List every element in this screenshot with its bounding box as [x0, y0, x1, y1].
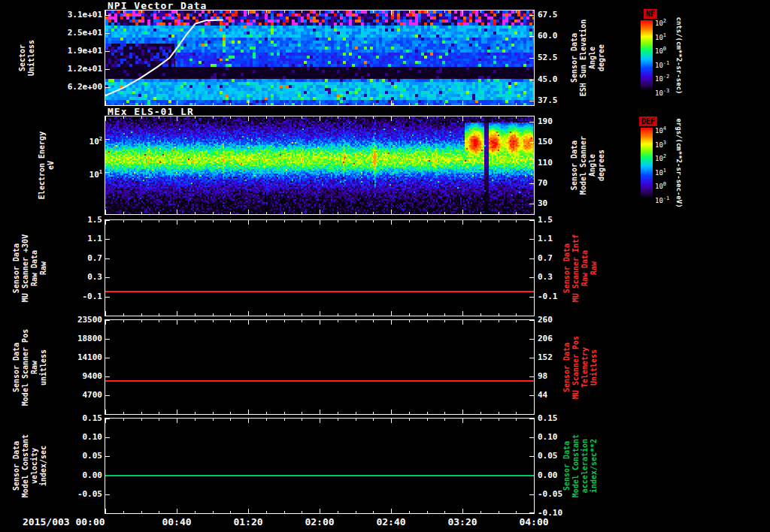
- y-tick-mark: [105, 297, 110, 298]
- x-tick-mark: [141, 116, 142, 119]
- x-tick-mark: [516, 116, 517, 119]
- y-tick-mark: [105, 51, 110, 52]
- x-tick-mark: [391, 410, 392, 414]
- y-tick-mark: [529, 258, 534, 259]
- y-tick-mark: [529, 320, 534, 321]
- x-tick-mark: [356, 11, 356, 13]
- x-tick-mark: [338, 320, 338, 322]
- colorbar-tick-label: 10-3: [655, 87, 669, 97]
- x-tick-mark: [499, 320, 499, 322]
- x-tick-mark: [516, 313, 517, 316]
- y-tick-mark: [529, 220, 534, 221]
- x-tick-mark: [444, 419, 445, 421]
- x-tick-mark: [177, 220, 177, 225]
- y-tick-mark: [529, 419, 534, 419]
- x-tick-mark: [480, 220, 481, 222]
- x-tick-mark: [195, 212, 196, 214]
- colorbar-tick-label: 100: [655, 45, 666, 55]
- x-tick-mark: [141, 412, 142, 414]
- y-tick-mark: [529, 58, 534, 59]
- x-tick-mark: [159, 220, 159, 222]
- model-scanner-pos-axis-label: Sensor Data Model Scanner Pos Raw unitle…: [12, 328, 48, 405]
- x-tick-mark: [213, 412, 214, 414]
- x-tick-mark: [302, 511, 302, 513]
- x-tick-mark: [427, 320, 428, 322]
- x-tick-mark: [462, 320, 463, 325]
- x-tick-mark: [409, 511, 410, 513]
- x-tick-mark: [320, 311, 320, 316]
- y-tick-mark: [529, 80, 534, 80]
- x-tick-mark: [534, 220, 535, 225]
- y-tick-label: 0.15: [57, 414, 102, 423]
- x-axis-tick-label: 00:40: [154, 516, 199, 527]
- x-tick-mark: [123, 103, 124, 105]
- y-tick-label: 67.5: [538, 11, 580, 20]
- x-tick-mark: [213, 313, 214, 316]
- colorbar-tick-label: 100: [655, 180, 666, 190]
- x-tick-mark: [427, 412, 428, 414]
- x-tick-mark: [302, 419, 302, 421]
- nf-colorbar-units: cnts/(cm**2-sr-sec): [675, 17, 683, 94]
- x-tick-mark: [320, 116, 320, 121]
- x-tick-mark: [123, 212, 124, 214]
- y-tick-label: 98: [538, 372, 580, 381]
- x-tick-mark: [266, 419, 267, 421]
- x-tick-mark: [427, 511, 428, 513]
- x-tick-mark: [123, 116, 124, 119]
- y-tick-mark: [105, 376, 110, 377]
- x-tick-mark: [123, 11, 124, 13]
- x-tick-mark: [213, 320, 214, 322]
- x-tick-mark: [284, 320, 285, 322]
- x-tick-mark: [123, 412, 124, 414]
- x-tick-mark: [373, 220, 374, 222]
- x-tick-mark: [338, 116, 338, 119]
- x-tick-mark: [159, 419, 159, 421]
- x-tick-mark: [427, 103, 428, 105]
- x-axis-tick-label: 02:40: [368, 516, 414, 527]
- x-tick-mark: [105, 410, 106, 414]
- y-tick-label: 0.05: [538, 452, 580, 461]
- x-tick-mark: [213, 419, 214, 421]
- x-tick-mark: [480, 412, 481, 414]
- spectrogram-display: NPI Vector Data MEx ELS-01 LR Sector Uni…: [0, 0, 770, 532]
- x-tick-mark: [230, 212, 231, 214]
- x-tick-mark: [213, 11, 214, 13]
- y-tick-mark: [529, 277, 534, 278]
- x-tick-mark: [391, 210, 392, 214]
- x-tick-mark: [141, 11, 142, 13]
- x-tick-mark: [105, 509, 106, 513]
- x-tick-mark: [177, 320, 177, 325]
- x-tick-mark: [248, 116, 249, 121]
- x-tick-mark: [338, 220, 338, 222]
- x-tick-mark: [356, 103, 356, 105]
- y-tick-label: 45.0: [538, 75, 580, 84]
- x-tick-mark: [409, 116, 410, 119]
- x-tick-mark: [284, 116, 285, 119]
- x-tick-mark: [356, 116, 356, 119]
- y-tick-mark: [529, 376, 534, 377]
- x-tick-mark: [499, 116, 499, 119]
- x-tick-mark: [195, 313, 196, 316]
- model-constant-acceleration-axis-label: Sensor Data Model Constant acceleration …: [562, 434, 599, 497]
- x-tick-mark: [409, 412, 410, 414]
- x-tick-mark: [373, 412, 374, 414]
- def-colorbar: [641, 128, 653, 198]
- y-tick-mark: [529, 358, 534, 358]
- x-tick-mark: [302, 212, 302, 214]
- y-tick-label: -0.05: [538, 490, 580, 499]
- x-tick-mark: [516, 412, 517, 414]
- x-tick-mark: [534, 11, 535, 15]
- x-tick-mark: [373, 212, 374, 214]
- x-tick-mark: [480, 11, 481, 13]
- y-tick-mark: [105, 395, 110, 396]
- x-tick-mark: [462, 509, 463, 513]
- x-tick-mark: [159, 313, 159, 316]
- els-energy-axis-label: Electron Energy eV: [38, 131, 56, 199]
- model-constant-velocity-axis-label: Sensor Data Model Constant velocity inde…: [12, 434, 48, 497]
- x-tick-mark: [177, 419, 177, 423]
- y-tick-label: 152: [538, 353, 580, 362]
- x-tick-mark: [266, 11, 267, 13]
- x-tick-mark: [230, 511, 231, 513]
- y-tick-label: 101: [57, 168, 102, 180]
- x-tick-mark: [444, 511, 445, 513]
